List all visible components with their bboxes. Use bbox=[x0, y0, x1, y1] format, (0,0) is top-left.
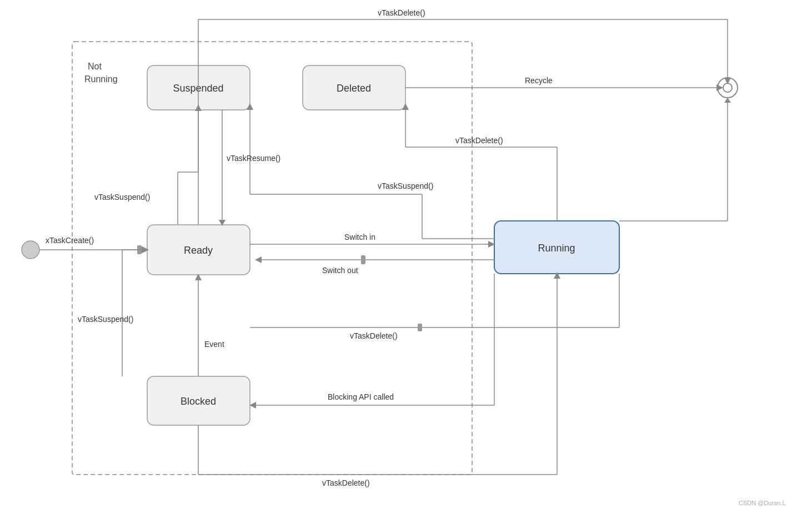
watermark: CSDN @Duran.L bbox=[739, 500, 786, 506]
switch-out-label: Switch out bbox=[322, 266, 358, 275]
vtasksuspend-running-label: vTaskSuspend() bbox=[378, 182, 433, 190]
recycle-label: Recycle bbox=[525, 76, 553, 85]
switch-out-bar bbox=[361, 255, 365, 264]
event-label: Event bbox=[204, 340, 224, 349]
vtaskdelete-bar bbox=[418, 324, 422, 331]
switch-out-arrowhead bbox=[255, 256, 262, 263]
blocking-api-arrowhead bbox=[249, 402, 256, 409]
not-running-region bbox=[72, 42, 472, 475]
not-running-label: Not bbox=[88, 62, 102, 71]
vtaskdelete-running-label: vTaskDelete() bbox=[455, 136, 503, 145]
vtaskdelete-blocked-label: vTaskDelete() bbox=[322, 478, 370, 487]
not-running-label-2: Running bbox=[84, 74, 118, 84]
switch-in-label: Switch in bbox=[344, 233, 375, 241]
recycle-arrowhead bbox=[716, 84, 723, 91]
vtaskdelete-top-label: vTaskDelete() bbox=[378, 8, 425, 17]
ready-label: Ready bbox=[184, 245, 213, 256]
initial-state-marker bbox=[22, 241, 39, 259]
vtasksuspend-ready-label: vTaskSuspend() bbox=[94, 193, 150, 201]
diagram-container: Not Running Suspended Deleted Ready Runn… bbox=[0, 0, 812, 514]
state-diagram: Not Running Suspended Deleted Ready Runn… bbox=[0, 0, 812, 514]
blocked-label: Blocked bbox=[181, 396, 216, 407]
recycle-final-inner bbox=[723, 83, 732, 92]
vtaskdelete-running2-label: vTaskDelete() bbox=[350, 331, 398, 340]
running-label: Running bbox=[538, 243, 575, 254]
vtasksuspend-bottom-label: vTaskSuspend() bbox=[78, 315, 133, 324]
blocking-api-label: Blocking API called bbox=[328, 392, 394, 401]
running-to-final-arrow bbox=[724, 98, 731, 103]
xtaskcreate-label: xTaskCreate() bbox=[46, 236, 94, 245]
deleted-label: Deleted bbox=[337, 83, 371, 94]
vtaskresume-label: vTaskResume() bbox=[227, 154, 280, 163]
